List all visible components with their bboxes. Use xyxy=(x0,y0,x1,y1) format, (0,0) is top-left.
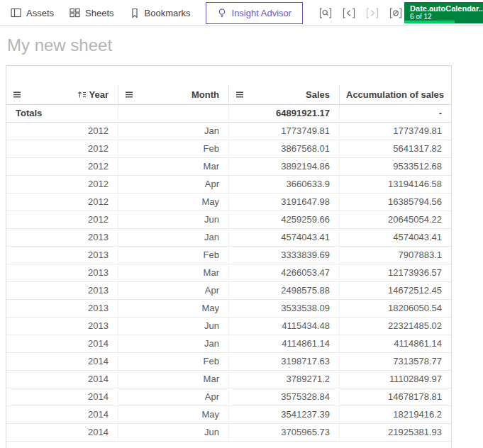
column-menu-icon[interactable] xyxy=(235,91,244,99)
clear-selections-icon[interactable] xyxy=(387,5,404,21)
column-menu-icon[interactable] xyxy=(13,91,21,99)
selections-back-icon[interactable] xyxy=(340,5,357,21)
insight-advisor-button[interactable]: Insight Advisor xyxy=(206,2,304,24)
table-cell[interactable]: 2012 xyxy=(6,158,118,176)
selections-forward-icon xyxy=(364,5,381,21)
table-row: 2012Jun4259259.6620645054.22 xyxy=(6,211,451,229)
table-cell[interactable]: 2013 xyxy=(6,247,118,264)
sheets-button[interactable]: Sheets xyxy=(62,0,121,26)
table-cell[interactable]: 2013 xyxy=(6,282,118,300)
table-cell: 2498575.88 xyxy=(229,282,340,300)
selections-toolbar xyxy=(317,5,404,21)
table-cell[interactable]: 2012 xyxy=(6,123,118,140)
table-cell[interactable]: Jan xyxy=(118,123,229,140)
table-cell: 16385794.56 xyxy=(340,194,451,211)
table-row: 2012Apr3660633.913194146.58 xyxy=(6,176,451,194)
bookmarks-button[interactable]: Bookmarks xyxy=(122,0,199,26)
table-cell: 3541237.39 xyxy=(229,406,340,424)
table-cell[interactable]: Jun xyxy=(118,318,229,335)
table-row: 2012Jan1773749.811773749.81 xyxy=(6,123,451,140)
table-cell: 4266053.47 xyxy=(229,264,340,282)
table-cell[interactable]: Jan xyxy=(118,229,229,247)
table-row: 2014Jun3705965.7321925381.93 xyxy=(6,424,451,442)
sales-table: YearMonthSalesAccumulation of sales Tota… xyxy=(6,65,452,448)
table-cell: 1773749.81 xyxy=(340,123,451,140)
table-row: 2014May3541237.3918219416.2 xyxy=(6,406,451,424)
table-cell: 3533538.09 xyxy=(229,300,340,318)
table-cell[interactable]: 2014 xyxy=(6,371,118,388)
table-cell[interactable]: Feb xyxy=(118,247,229,264)
table-cell[interactable]: Jun xyxy=(118,424,229,442)
selection-chip-field: Date.autoCalendar.... xyxy=(410,4,483,13)
smart-search-icon[interactable] xyxy=(317,5,334,21)
table-cell[interactable]: 2014 xyxy=(6,353,118,371)
table-row: 2013Jun4115434.4822321485.02 xyxy=(6,318,451,335)
column-header-month[interactable]: Month xyxy=(118,85,229,105)
table-cell[interactable]: 2014 xyxy=(6,335,118,353)
page-title: My new sheet xyxy=(7,35,483,55)
table-cell[interactable]: 2012 xyxy=(6,194,118,211)
sheets-icon xyxy=(70,8,80,18)
table-row: 2014Mar3789271.211102849.97 xyxy=(6,371,451,388)
column-menu-icon[interactable] xyxy=(125,91,133,99)
table-body: 2012Jan1773749.811773749.812012Feb386756… xyxy=(6,123,451,442)
assets-button[interactable]: Assets xyxy=(3,0,62,26)
sheets-label: Sheets xyxy=(85,8,113,18)
table-cell[interactable]: Feb xyxy=(118,353,229,371)
table-cell[interactable]: 2013 xyxy=(6,264,118,282)
table-cell: 4259259.66 xyxy=(229,211,340,229)
column-header-sales[interactable]: Sales xyxy=(229,85,340,105)
table-cell[interactable]: Feb xyxy=(118,140,229,158)
table-cell[interactable]: Jun xyxy=(118,211,229,229)
table-cell: 7907883.1 xyxy=(340,247,451,264)
table-row: 2012Feb3867568.015641317.82 xyxy=(6,140,451,158)
table-cell[interactable]: 2013 xyxy=(6,229,118,247)
column-header-year[interactable]: Year xyxy=(6,85,118,105)
table-cell[interactable]: Mar xyxy=(118,371,229,388)
totals-cell: Totals xyxy=(6,105,118,123)
column-header-label: Accumulation of sales xyxy=(346,89,444,100)
table-row: 2013May3533538.0918206050.54 xyxy=(6,300,451,318)
table-cell[interactable]: 2014 xyxy=(6,388,118,406)
assets-label: Assets xyxy=(26,8,54,18)
table-header: YearMonthSalesAccumulation of sales xyxy=(6,85,451,105)
table-row: 2012Mar3892194.869533512.68 xyxy=(6,158,451,176)
table-cell[interactable]: Apr xyxy=(118,176,229,194)
table-row: 2013Apr2498575.8814672512.45 xyxy=(6,282,451,300)
table-cell[interactable]: 2012 xyxy=(6,211,118,229)
table-cell[interactable]: Apr xyxy=(118,388,229,406)
insight-advisor-label: Insight Advisor xyxy=(232,8,292,18)
table-cell: 7313578.77 xyxy=(340,353,451,371)
table-cell[interactable]: 2013 xyxy=(6,318,118,335)
table-cell: 3198717.63 xyxy=(229,353,340,371)
table-cell: 3867568.01 xyxy=(229,140,340,158)
table-cell[interactable]: Apr xyxy=(118,282,229,300)
table-cell[interactable]: 2013 xyxy=(6,300,118,318)
table-cell: 4114861.14 xyxy=(340,335,451,353)
table-cell: 20645054.22 xyxy=(340,211,451,229)
table-cell: 12173936.57 xyxy=(340,264,451,282)
table-row: 2013Feb3333839.697907883.1 xyxy=(6,247,451,264)
totals-cell: - xyxy=(340,105,451,123)
table-cell[interactable]: 2014 xyxy=(6,406,118,424)
table-cell: 5641317.82 xyxy=(340,140,451,158)
table-cell[interactable]: 2012 xyxy=(6,176,118,194)
table-cell[interactable]: May xyxy=(118,194,229,211)
table-cell[interactable]: May xyxy=(118,406,229,424)
column-header-accumulation-of-sales[interactable]: Accumulation of sales xyxy=(340,85,451,105)
sort-ascending-icon xyxy=(77,91,87,99)
table-cell: 21925381.93 xyxy=(340,424,451,442)
table-cell[interactable]: Mar xyxy=(118,264,229,282)
table-cell: 3660633.9 xyxy=(229,176,340,194)
table-row: 2013Jan4574043.414574043.41 xyxy=(6,229,451,247)
table-cell: 3333839.69 xyxy=(229,247,340,264)
column-header-label: Year xyxy=(89,89,109,100)
table-cell[interactable]: May xyxy=(118,300,229,318)
selection-chip[interactable]: Date.autoCalendar.... 6 of 12 ✕ xyxy=(404,2,483,23)
table-cell[interactable]: Jan xyxy=(118,335,229,353)
table-cell[interactable]: 2014 xyxy=(6,424,118,442)
totals-cell xyxy=(118,105,229,123)
table-cell[interactable]: 2012 xyxy=(6,140,118,158)
table-cell: 4574043.41 xyxy=(340,229,451,247)
table-cell[interactable]: Mar xyxy=(118,158,229,176)
